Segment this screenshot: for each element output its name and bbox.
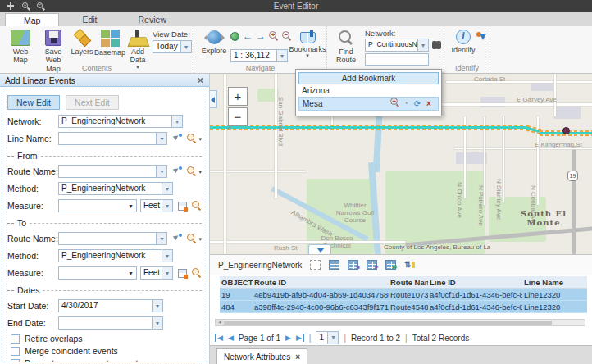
zoom-to-feature-icon[interactable]: ▾ bbox=[187, 234, 202, 243]
chevron-down-icon[interactable] bbox=[125, 267, 136, 279]
first-page-icon[interactable]: ◀ bbox=[215, 334, 223, 342]
table-row[interactable]: 484 a398ff4c-2940-4c00-96b6-c6343f9f1711… bbox=[220, 301, 587, 313]
chevron-down-icon[interactable] bbox=[152, 317, 162, 329]
to-measure-field[interactable] bbox=[58, 266, 137, 280]
tab-review[interactable]: Review bbox=[121, 13, 184, 26]
map-zoom-out-button[interactable]: − bbox=[228, 107, 248, 126]
select-on-map-icon[interactable] bbox=[172, 134, 182, 143]
panel-collapse-handle-left[interactable] bbox=[210, 90, 217, 108]
next-page-icon[interactable]: ▶ bbox=[285, 334, 291, 342]
chevron-down-icon[interactable] bbox=[276, 50, 287, 61]
merge-coincident-checkbox[interactable] bbox=[11, 347, 20, 356]
col-objectid[interactable]: OBJECTID bbox=[220, 278, 253, 287]
scale-select[interactable]: 1 : 36,112 bbox=[230, 49, 288, 62]
zoom-to-feature-icon[interactable]: ▾ bbox=[187, 166, 202, 176]
next-extent-icon[interactable]: → bbox=[256, 32, 266, 41]
to-units-field[interactable]: Feet bbox=[140, 266, 173, 280]
select-on-map-icon[interactable] bbox=[172, 234, 182, 243]
table-row[interactable]: 19 4eb9419b-af9b-4d04-ab69-1d403476802b … bbox=[220, 289, 587, 301]
chevron-down-icon[interactable] bbox=[152, 300, 162, 312]
explore-button[interactable]: Explore bbox=[199, 30, 229, 55]
prevent-measures-checkbox[interactable] bbox=[11, 359, 20, 363]
measure-on-map-icon[interactable] bbox=[178, 202, 187, 211]
chevron-down-icon[interactable] bbox=[171, 116, 182, 127]
to-route-name-field[interactable] bbox=[58, 232, 167, 245]
basemap-button[interactable]: Basemap bbox=[95, 30, 125, 57]
chevron-down-icon[interactable] bbox=[417, 39, 428, 51]
full-extent-icon[interactable] bbox=[230, 32, 239, 41]
last-page-icon[interactable]: ▶ bbox=[296, 334, 304, 342]
web-map-button[interactable]: Web Map bbox=[5, 30, 36, 65]
line-name-field[interactable] bbox=[58, 132, 167, 145]
chevron-down-icon[interactable] bbox=[162, 183, 172, 194]
zoom-to-measure-icon[interactable] bbox=[192, 201, 202, 211]
related-records-right-icon[interactable] bbox=[367, 260, 377, 270]
bookmarks-button[interactable]: Bookmarks ▾ bbox=[289, 30, 326, 57]
tab-edit[interactable]: Edit bbox=[64, 13, 115, 26]
tab-map[interactable]: Map bbox=[5, 13, 59, 26]
zoom-in-icon[interactable]: + bbox=[269, 31, 279, 41]
map-zoom-in-button[interactable]: + bbox=[228, 87, 248, 106]
update-bookmark-icon[interactable]: ⟳ bbox=[412, 97, 423, 111]
close-icon[interactable]: ✕ bbox=[197, 76, 204, 84]
binoculars-icon[interactable] bbox=[432, 40, 442, 50]
pan-to-bookmark-icon[interactable]: ◔ bbox=[400, 97, 412, 111]
zoom-to-measure-icon[interactable] bbox=[192, 268, 202, 278]
clear-selection-icon[interactable] bbox=[310, 260, 321, 270]
bookmark-item-arizona[interactable]: Arizona bbox=[298, 84, 439, 97]
chevron-down-icon[interactable] bbox=[156, 166, 166, 177]
show-table-icon[interactable] bbox=[329, 260, 339, 270]
chevron-down-icon[interactable] bbox=[162, 200, 172, 212]
from-method-field[interactable]: P_EngineeringNetwork bbox=[58, 182, 173, 195]
retire-overlaps-checkbox[interactable] bbox=[11, 334, 20, 344]
col-line-id[interactable]: Line ID bbox=[428, 278, 522, 287]
col-line-name[interactable]: Line Name bbox=[522, 278, 584, 287]
new-edit-button[interactable]: New Edit bbox=[7, 95, 60, 110]
switch-selection-icon[interactable] bbox=[385, 260, 396, 270]
end-date-field[interactable] bbox=[58, 316, 163, 330]
col-route-name[interactable]: Route Name bbox=[389, 278, 428, 287]
previous-extent-icon[interactable]: ← bbox=[243, 32, 253, 41]
identify-button[interactable]: i Identify bbox=[451, 30, 476, 54]
find-route-button[interactable]: Find Route bbox=[332, 30, 360, 65]
panel-collapse-handle-bottom[interactable] bbox=[308, 244, 331, 254]
route-event-marker[interactable] bbox=[562, 127, 570, 134]
related-records-left-icon[interactable] bbox=[348, 260, 358, 270]
network-field[interactable]: P_EngineeringNetwork bbox=[58, 115, 183, 128]
measure-on-map-icon[interactable] bbox=[178, 269, 187, 278]
add-bookmark-button[interactable]: Add Bookmark bbox=[298, 72, 439, 84]
scroll-left-arrow[interactable]: ◄ bbox=[216, 320, 224, 325]
chevron-down-icon[interactable] bbox=[162, 267, 172, 279]
from-route-name-field[interactable] bbox=[58, 165, 167, 178]
start-date-field[interactable]: 4/30/2017 bbox=[58, 299, 163, 312]
chevron-down-icon[interactable] bbox=[162, 250, 172, 262]
to-method-field[interactable]: P_EngineeringNetwork bbox=[58, 249, 173, 262]
view-date-select[interactable]: Today bbox=[153, 40, 192, 53]
from-measure-field[interactable] bbox=[58, 199, 137, 212]
page-select[interactable]: 1 bbox=[316, 331, 339, 344]
horizontal-scrollbar[interactable]: ◄ bbox=[215, 319, 585, 326]
select-on-map-icon[interactable] bbox=[172, 166, 182, 176]
chevron-down-icon[interactable] bbox=[180, 41, 191, 52]
bookmark-item-mesa[interactable]: Mesa + ◔ ⟳ × bbox=[298, 97, 439, 111]
locate-person-icon[interactable] bbox=[476, 31, 487, 43]
network-select[interactable]: P_ContinuousNetwork bbox=[365, 39, 429, 52]
zoom-to-bookmark-icon[interactable]: + bbox=[389, 97, 400, 111]
remove-bookmark-icon[interactable]: × bbox=[423, 97, 435, 111]
add-data-button[interactable]: Add Data ▾ bbox=[123, 30, 153, 69]
sort-icon[interactable] bbox=[404, 260, 415, 270]
next-edit-button[interactable]: Next Edit bbox=[66, 95, 119, 110]
layers-button[interactable]: Layers bbox=[69, 30, 95, 56]
close-icon[interactable]: × bbox=[295, 353, 300, 362]
from-units-field[interactable]: Feet bbox=[140, 199, 173, 212]
route-search-input[interactable] bbox=[365, 53, 429, 66]
chevron-down-icon[interactable] bbox=[156, 133, 166, 144]
chevron-down-icon[interactable] bbox=[327, 332, 338, 344]
zoom-to-feature-icon[interactable]: ▾ bbox=[187, 134, 202, 143]
col-route-id[interactable]: Route ID bbox=[253, 278, 389, 287]
tab-network-attributes[interactable]: Network Attributes × bbox=[216, 348, 307, 364]
chevron-down-icon[interactable] bbox=[125, 200, 136, 212]
chevron-down-icon[interactable] bbox=[156, 233, 166, 244]
scrollbar-thumb[interactable] bbox=[224, 321, 552, 325]
previous-page-icon[interactable]: ◀ bbox=[228, 334, 234, 342]
